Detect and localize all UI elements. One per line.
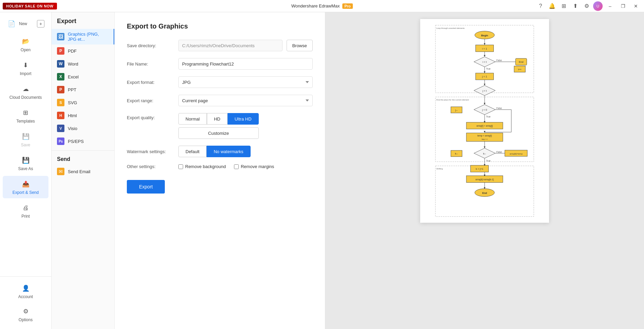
sidebar-item-templates[interactable]: ⊞ Templates — [3, 105, 48, 127]
file-name-input[interactable] — [178, 58, 313, 70]
share-icon[interactable]: ⬆ — [570, 1, 580, 11]
sidebar-item-new[interactable]: 📄 New + — [3, 16, 48, 32]
remove-bg-label: Remove background — [185, 164, 226, 169]
export-menu-svg[interactable]: S SVG — [52, 96, 114, 109]
export-range-label: Export range: — [127, 98, 174, 103]
new-plus-button[interactable]: + — [37, 20, 44, 28]
sidebar-label-cloud: Cloud Documents — [9, 95, 42, 100]
export-menu-ppt-label: PPT — [68, 87, 76, 92]
export-menu-pseps[interactable]: Ps PS/EPS — [52, 135, 114, 148]
sidebar-label-save: Save — [21, 143, 30, 147]
watermark-group: Default No watermarks — [178, 146, 251, 157]
export-range-row: Export range: Current page All pages Sel… — [127, 95, 313, 106]
sidebar-item-print[interactable]: 🖨 Print — [3, 200, 48, 222]
restore-button[interactable]: ❐ — [618, 2, 628, 10]
svg-text:End: End — [519, 60, 523, 63]
save-directory-row: Save directory: Browse — [127, 40, 313, 51]
svg-text:i++: i++ — [518, 68, 521, 71]
grid-icon[interactable]: ⊞ — [559, 1, 569, 11]
svg-text:Loop through unsorted elements: Loop through unsorted elements — [436, 27, 465, 29]
svg-text:k--: k-- — [483, 152, 486, 155]
svg-text:True: True — [486, 160, 491, 162]
svg-text:j--: j-- — [455, 109, 457, 112]
browse-button[interactable]: Browse — [287, 40, 313, 51]
watermark-none-button[interactable]: No watermarks — [207, 146, 250, 157]
svg-marker-9 — [484, 43, 485, 45]
icon-nav-bottom: 👤 Account ⚙ Options — [0, 276, 51, 326]
export-menu-email-label: Send Email — [68, 169, 90, 174]
svg-marker-46 — [484, 131, 485, 133]
export-button-row: Export — [127, 176, 313, 194]
quality-hd-button[interactable]: HD — [207, 113, 228, 125]
export-menu-visio[interactable]: V Visio — [52, 122, 114, 135]
sidebar-label-export: Export & Send — [13, 190, 39, 195]
svg-text:Begin: Begin — [481, 34, 488, 37]
export-format-select[interactable]: JPG PNG BMP GIF TIFF SVG — [178, 76, 313, 88]
watermark-row: Watermark settings: Default No watermark… — [127, 146, 313, 157]
sidebar-item-options[interactable]: ⚙ Options — [3, 303, 48, 326]
sidebar-label-new: New — [19, 21, 27, 26]
minimize-button[interactable]: – — [605, 2, 616, 10]
checkbox-group: Remove background Remove margins — [178, 164, 274, 169]
customize-button[interactable]: Customize — [178, 127, 259, 139]
file-name-label: File Name: — [127, 61, 174, 67]
export-menu-word[interactable]: W Word — [52, 57, 114, 70]
open-icon: 📂 — [21, 37, 31, 46]
export-menu-pdf[interactable]: P PDF — [52, 44, 114, 57]
sidebar-item-account[interactable]: 👤 Account — [3, 280, 48, 303]
saveas-icon: 💾 — [21, 156, 31, 165]
svg-text:Shifting: Shifting — [436, 168, 443, 170]
quality-container: Normal HD Ultra HD Customize — [178, 113, 259, 139]
save-directory-input[interactable] — [178, 40, 282, 51]
pseps-icon: Ps — [57, 138, 64, 145]
remove-bg-checkbox-item[interactable]: Remove background — [178, 164, 226, 169]
sidebar-item-saveas[interactable]: 💾 Save As — [3, 152, 48, 175]
svg-marker-22 — [484, 71, 485, 73]
svg-marker-51 — [484, 146, 485, 148]
settings-icon[interactable]: ⚙ — [582, 1, 592, 11]
export-menu-excel[interactable]: X Excel — [52, 70, 114, 83]
remove-margins-checkbox-item[interactable]: Remove margins — [234, 164, 274, 169]
export-button[interactable]: Export — [127, 180, 165, 194]
export-menu-visio-label: Visio — [68, 126, 77, 131]
export-menu-graphics[interactable]: 🖼 Graphics (PNG, JPG et... — [52, 29, 114, 44]
sidebar-item-cloud[interactable]: ☁ Cloud Documents — [3, 81, 48, 103]
svg-text:array[k]=temp: array[k]=temp — [509, 152, 523, 155]
export-range-select[interactable]: Current page All pages Selected pages — [178, 95, 313, 106]
sidebar-item-open[interactable]: 📂 Open — [3, 33, 48, 56]
icon-sidebar: 📄 New + 📂 Open ⬇ Import ☁ Cloud Document… — [0, 12, 52, 329]
cloud-icon: ☁ — [21, 84, 31, 94]
export-quality-label: Export quality: — [127, 113, 174, 120]
svg-text:array[i] = array[j]: array[i] = array[j] — [476, 125, 493, 127]
close-button[interactable]: ✕ — [630, 2, 641, 10]
help-icon[interactable]: ? — [535, 1, 546, 11]
graphics-icon: 🖼 — [57, 33, 64, 40]
remove-bg-checkbox[interactable] — [178, 164, 183, 169]
sidebar-label-account: Account — [18, 294, 33, 299]
file-name-row: File Name: — [127, 58, 313, 70]
export-menu-html[interactable]: H Html — [52, 109, 114, 122]
quality-normal-button[interactable]: Normal — [178, 113, 207, 125]
svg-text:i = 1: i = 1 — [482, 47, 487, 50]
pdf-icon: P — [57, 47, 64, 55]
quality-ultrahd-button[interactable]: Ultra HD — [228, 113, 259, 125]
watermark-default-button[interactable]: Default — [178, 146, 207, 157]
sidebar-item-save[interactable]: 💾 Save — [3, 128, 48, 151]
export-menu-email[interactable]: ✉ Send Email — [52, 165, 114, 178]
watermark-label: Watermark settings: — [127, 149, 174, 154]
avatar[interactable]: U — [593, 1, 603, 11]
excel-icon: X — [57, 73, 64, 80]
account-icon: 👤 — [21, 284, 31, 293]
export-menu-ppt[interactable]: P PPT — [52, 83, 114, 96]
sidebar-item-import[interactable]: ⬇ Import — [3, 57, 48, 79]
bell-icon[interactable]: 🔔 — [547, 1, 557, 11]
svg-text:Find the place for the current: Find the place for the current element — [436, 99, 469, 101]
remove-margins-checkbox[interactable] — [234, 164, 239, 169]
svg-text:temp = array[i]: temp = array[i] — [477, 134, 492, 137]
titlebar-left: HOLIDAY SALE ON NOW — [3, 3, 57, 10]
preview-canvas: Loop through unsorted elements Find the … — [420, 19, 549, 223]
svg-text:False: False — [496, 59, 502, 61]
sidebar-label-templates: Templates — [16, 119, 35, 124]
sidebar-item-export[interactable]: 📤 Export & Send — [3, 176, 48, 198]
holiday-badge[interactable]: HOLIDAY SALE ON NOW — [3, 3, 57, 10]
